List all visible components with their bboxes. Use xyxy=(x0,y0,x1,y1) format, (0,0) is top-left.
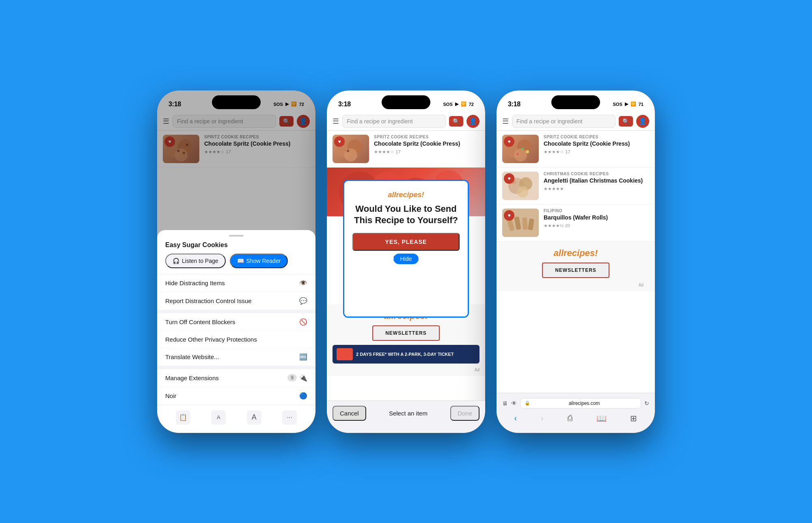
forward-icon-3[interactable]: › xyxy=(541,413,544,423)
eye-slash-icon: 👁️ xyxy=(299,279,307,287)
status-icons-3: SOS ▶ 🛜 71 xyxy=(613,101,644,107)
menu-item-hide-distracting[interactable]: Hide Distracting Items 👁️ xyxy=(157,274,315,292)
recipe-title-3-1: Angeletti (Italian Christmas Cookies) xyxy=(544,177,649,184)
modal-overlay-2: allrecipes! Would You Like to Send This … xyxy=(327,90,485,433)
search-bar-3: ☰ Find a recipe or ingredient 🔍 👤 xyxy=(497,112,655,131)
font-small-icon[interactable]: A xyxy=(211,410,226,425)
hide-bubble[interactable]: Hide xyxy=(394,254,419,264)
phone-1: 3:18 SOS ▶ 🛜 72 ☰ Find a recipe or ingre… xyxy=(157,90,315,433)
recipe-category-3-1: CHRISTMAS COOKIE RECIPES xyxy=(544,172,649,176)
noir-icon: 🔵 xyxy=(299,392,307,400)
more-options-icon[interactable]: ··· xyxy=(282,410,297,425)
modal-dialog-2: allrecipes! Would You Like to Send This … xyxy=(343,180,469,318)
done-button-2[interactable]: Done xyxy=(450,406,479,421)
time-3: 3:18 xyxy=(508,101,520,108)
svg-point-18 xyxy=(514,149,527,161)
recipe-image-3-0: ♥ xyxy=(502,135,539,163)
newsletters-button-3[interactable]: NEWSLETTERS xyxy=(542,263,609,278)
sheet-menu-1: Hide Distracting Items 👁️ Report Distrac… xyxy=(157,274,315,405)
menu-item-extensions[interactable]: Manage Extensions 9 🔌 xyxy=(157,366,315,387)
sheet-title-1: Easy Sugar Cookies xyxy=(157,241,315,254)
recipe-category-3-2: FILIPINO xyxy=(544,209,649,213)
menu-item-label-translate: Translate Website... xyxy=(165,353,219,360)
tabs-icon-3[interactable]: ⊞ xyxy=(630,413,637,423)
footer-area-3: allrecipes! NEWSLETTERS Ad xyxy=(497,241,655,291)
svg-point-20 xyxy=(521,148,524,150)
sheet-actions-1: 🎧 Listen to Page 📖 Show Reader xyxy=(157,254,315,274)
recipe-image-3-1: ♥ xyxy=(502,172,539,200)
extensions-icon: 🔌 xyxy=(299,374,307,382)
font-large-icon[interactable]: A xyxy=(247,410,261,425)
back-icon-3[interactable]: ‹ xyxy=(514,413,517,423)
recipe-card-3-2[interactable]: ♥ FILIPINO Barquillos (Wafer Rolls) ★★★★… xyxy=(497,204,655,241)
phones-container: 3:18 SOS ▶ 🛜 72 ☰ Find a recipe or ingre… xyxy=(157,90,655,433)
recipe-info-3-0: SPRITZ COOKIE RECIPES Chocolate Spritz (… xyxy=(544,135,649,155)
stars-3-1: ★★★★★ xyxy=(544,186,649,192)
phone-3: 3:18 SOS ▶ 🛜 71 ☰ Find a recipe or ingre… xyxy=(497,90,655,433)
menu-item-report-distraction[interactable]: Report Distraction Control Issue 💬 xyxy=(157,292,315,310)
recipe-card-3-0[interactable]: ♥ SPRITZ COOKIE RECIPES Chocolate Spritz… xyxy=(497,131,655,168)
extensions-badge: 9 xyxy=(287,374,297,381)
yes-please-button[interactable]: YES, PLEASE xyxy=(352,233,460,251)
recipe-category-3-0: SPRITZ COOKIE RECIPES xyxy=(544,135,649,139)
refresh-icon-3[interactable]: ↻ xyxy=(644,400,649,407)
recipe-card-3-1[interactable]: ♥ CHRISTMAS COOKIE RECIPES Angeletti (It… xyxy=(497,168,655,204)
bottom-sheet-1: Easy Sugar Cookies 🎧 Listen to Page 📖 Sh… xyxy=(157,230,315,433)
url-text-3: allrecipes.com xyxy=(532,400,637,406)
user-avatar-3[interactable]: 👤 xyxy=(636,115,649,128)
recipe-info-3-2: FILIPINO Barquillos (Wafer Rolls) ★★★★½ … xyxy=(544,209,649,228)
listen-button[interactable]: 🎧 Listen to Page xyxy=(165,254,226,268)
svg-point-22 xyxy=(526,150,529,153)
heart-btn-3-2[interactable]: ♥ xyxy=(504,210,514,221)
menu-item-label-blockers: Turn Off Content Blockers xyxy=(165,319,235,325)
headphone-icon: 🎧 xyxy=(173,258,179,264)
menu-item-noir[interactable]: Noir 🔵 xyxy=(157,387,315,405)
eye-icon: 👁 xyxy=(511,400,517,407)
recipe-title-3-0: Chocolate Spritz (Cookie Press) xyxy=(544,140,649,147)
dynamic-island-1 xyxy=(212,95,261,109)
search-button-3[interactable]: 🔍 xyxy=(619,116,633,127)
menu-item-label-report: Report Distraction Control Issue xyxy=(165,297,252,304)
lock-icon-3: 🔒 xyxy=(525,400,530,406)
sheet-tools-1: 📋 A A ··· xyxy=(157,405,315,425)
ad-badge-3: Ad xyxy=(502,282,649,287)
recipe-title-3-2: Barquillos (Wafer Rolls) xyxy=(544,214,649,221)
search-placeholder-3: Find a recipe or ingredient xyxy=(516,118,611,125)
menu-item-label-noir: Noir xyxy=(165,392,177,399)
reader-label: Show Reader xyxy=(246,258,281,264)
cancel-button-2[interactable]: Cancel xyxy=(333,406,366,421)
reader-icon: 📖 xyxy=(237,258,244,264)
allrecipes-logo-3: allrecipes! xyxy=(554,248,598,258)
stars-3-0: ★★★★☆ 17 xyxy=(544,149,649,155)
block-icon: 🚫 xyxy=(299,318,307,326)
reader-button[interactable]: 📖 Show Reader xyxy=(230,254,288,268)
phone-2: 3:18 SOS ▶ 🛜 72 ☰ Find a recipe or ingre… xyxy=(327,90,485,433)
share-icon-3[interactable]: ⎙ xyxy=(568,413,572,423)
heart-btn-3-1[interactable]: ♥ xyxy=(504,173,514,184)
browser-bar-3: 🖥 👁 🔒 allrecipes.com ↻ ‹ › ⎙ 📖 ⊞ xyxy=(497,393,655,433)
recipe-info-3-1: CHRISTMAS COOKIE RECIPES Angeletti (Ital… xyxy=(544,172,649,192)
sheet-handle-1 xyxy=(229,235,244,237)
recipe-image-3-2: ♥ xyxy=(502,209,539,237)
stars-3-2: ★★★★½ 20 xyxy=(544,223,649,228)
menu-item-label-privacy: Reduce Other Privacy Protections xyxy=(165,336,257,343)
search-input-wrap-3[interactable]: Find a recipe or ingredient xyxy=(512,115,615,128)
svg-point-21 xyxy=(516,153,519,155)
menu-icon-3[interactable]: ☰ xyxy=(502,117,509,126)
menu-item-translate[interactable]: Translate Website... 🔤 xyxy=(157,348,315,366)
report-icon: 💬 xyxy=(299,297,307,305)
page-icon[interactable]: 📋 xyxy=(176,410,190,425)
bookmarks-icon-3[interactable]: 📖 xyxy=(596,413,607,423)
listen-label: Listen to Page xyxy=(182,258,218,264)
monitor-icon: 🖥 xyxy=(502,400,508,407)
svg-point-26 xyxy=(517,186,528,198)
menu-item-content-blockers[interactable]: Turn Off Content Blockers 🚫 xyxy=(157,310,315,331)
select-item-label: Select an item xyxy=(369,410,447,417)
modal-title-2: Would You Like to Send This Recipe to Yo… xyxy=(352,203,460,226)
url-input-3[interactable]: 🔒 allrecipes.com xyxy=(520,398,641,409)
heart-btn-3-0[interactable]: ♥ xyxy=(504,136,514,147)
menu-item-privacy[interactable]: Reduce Other Privacy Protections xyxy=(157,331,315,348)
dynamic-island-3 xyxy=(551,95,600,109)
dynamic-island-2 xyxy=(382,95,430,109)
menu-item-label-hide: Hide Distracting Items xyxy=(165,280,225,286)
